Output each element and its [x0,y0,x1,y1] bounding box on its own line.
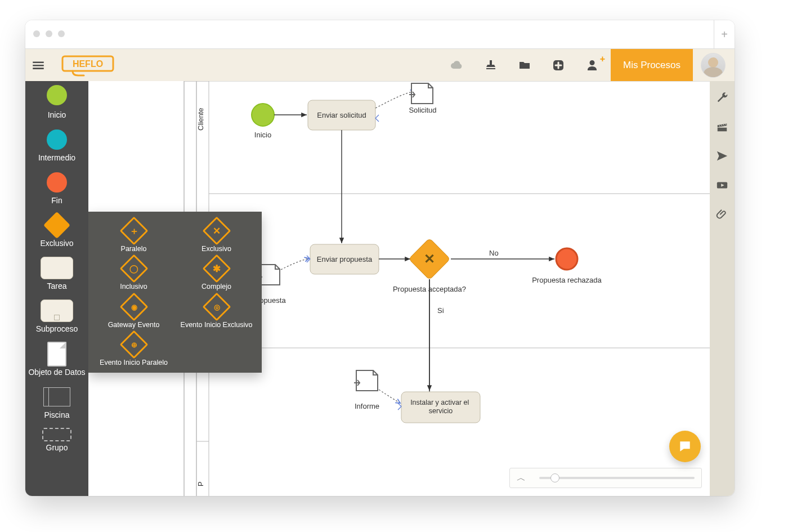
flyout-parallel[interactable]: ＋ Paralelo [96,218,171,253]
flyout-complex[interactable]: ✱ Complejo [179,256,254,290]
event-start-parallel-icon: ⊕ [119,330,148,359]
palette-subprocess[interactable]: Subproceso [25,298,88,333]
zoom-thumb[interactable] [550,473,559,482]
svg-point-9 [252,104,274,126]
node-doc-report[interactable]: Informe [354,370,379,410]
flyout-event-start-exclusive[interactable]: ◎ Evento Inicio Exclusivo [179,294,254,329]
group-icon [42,428,71,441]
user-avatar[interactable] [701,53,726,78]
window-close-dot[interactable] [33,30,40,37]
element-palette: Inicio Intermedio Fin Exclusivo Tarea [25,81,88,496]
flyout-label: Paralelo [96,245,171,253]
chat-fab[interactable] [669,431,701,462]
node-label: Enviar propuesta [317,255,373,263]
my-processes-button[interactable]: Mis Procesos [611,49,693,82]
intermediate-event-icon [47,129,67,150]
start-event-icon [47,85,67,105]
lane-label-p: P [196,481,205,486]
palette-label: Grupo [25,443,88,452]
clapper-icon[interactable] [716,120,728,133]
palette-label: Inicio [25,110,88,119]
window-max-dot[interactable] [58,30,65,37]
flyout-label: Evento Inicio Exclusivo [179,321,254,329]
zoom-slider[interactable]: ︿ [509,468,702,488]
brand-name: HEFLO [73,59,103,69]
window-min-dot[interactable] [46,30,52,37]
flyout-exclusive[interactable]: ✕ Exclusivo [179,218,254,253]
top-icons: + [450,59,599,72]
folder-icon[interactable] [517,59,532,72]
palette-label: Piscina [25,410,88,419]
flyout-label: Evento Inicio Paralelo [96,359,171,366]
flyout-label: Exclusivo [179,245,254,253]
gateway-flyout: ＋ Paralelo ✕ Exclusivo ◯ Inclusivo ✱ Com… [88,212,262,373]
palette-label: Objeto de Datos [25,368,88,377]
event-start-exclusive-icon: ◎ [202,292,231,321]
palette-label: Exclusivo [25,239,88,248]
svg-point-18 [556,248,577,270]
node-task-install[interactable]: Instalar y activar el servicio [401,392,480,423]
add-user-plus-icon: + [600,54,605,64]
flyout-label: Gateway Evento [96,321,171,329]
palette-group[interactable]: Grupo [25,427,88,452]
node-label: Informe [355,402,379,410]
node-task-send-proposal[interactable]: Enviar propuesta [310,244,379,274]
end-event-icon [47,172,67,193]
paperclip-icon[interactable] [716,208,728,221]
node-task-send-request[interactable]: Enviar solicitud [308,100,375,130]
flyout-event-gateway[interactable]: ◉ Gateway Evento [96,294,171,329]
node-label: Solicitud [409,106,436,114]
cloud-icon[interactable] [450,59,464,72]
subprocess-icon [41,299,73,322]
palette-start[interactable]: Inicio [25,81,88,119]
palette-data-object[interactable]: Objeto de Datos [25,342,88,377]
complex-gateway-icon: ✱ [202,254,231,283]
right-toolbar [710,81,735,496]
menu-button[interactable] [25,58,51,73]
edge-label-si: Si [437,306,444,315]
palette-task[interactable]: Tarea [25,256,88,290]
edge-label-no: No [489,249,499,257]
data-object-icon [47,342,66,366]
flyout-label: Complejo [179,283,254,290]
parallel-gateway-icon: ＋ [119,217,148,245]
node-label: Propuesta rechazada [532,276,602,284]
palette-label: Subproceso [25,324,88,333]
inclusive-gateway-icon: ◯ [119,254,148,283]
video-icon[interactable] [716,179,728,191]
palette-label: Intermedio [25,153,88,162]
send-icon[interactable] [716,150,728,162]
exclusive-gateway-icon: ✕ [202,217,231,245]
node-end-rejected[interactable]: Propuesta rechazada [532,248,602,284]
event-gateway-icon: ◉ [119,292,148,321]
node-start[interactable]: Inicio [252,104,274,139]
svg-text:✕: ✕ [424,251,435,266]
new-tab-plus-icon[interactable]: + [714,20,735,48]
node-label: Inicio [254,131,271,139]
chevron-up-icon[interactable]: ︿ [510,472,532,484]
flyout-inclusive[interactable]: ◯ Inclusivo [96,256,171,290]
pool-icon [43,387,70,406]
my-processes-label: Mis Procesos [623,60,680,71]
palette-intermediate[interactable]: Intermedio [25,127,88,162]
task-icon [41,257,73,279]
palette-pool[interactable]: Piscina [25,385,88,419]
add-user-icon[interactable]: + [585,59,599,72]
flyout-event-start-parallel[interactable]: ⊕ Evento Inicio Paralelo [96,332,171,366]
wrench-icon[interactable] [716,91,728,104]
brand-logo[interactable]: HEFLO [61,54,118,77]
palette-gateway[interactable]: Exclusivo [25,213,88,248]
node-label-part: Instalar y activar el [410,399,469,406]
stamp-icon[interactable] [483,59,498,72]
window-titlebar: + [25,20,735,49]
add-icon[interactable] [551,59,566,72]
node-doc-request[interactable]: Solicitud [409,83,436,114]
zoom-track[interactable] [539,477,695,479]
palette-label: Fin [25,196,88,205]
app-window: + HEFLO + [25,20,735,496]
node-label: Enviar solicitud [317,111,366,119]
flyout-label: Inclusivo [96,283,171,290]
palette-label: Tarea [25,281,88,290]
top-toolbar: HEFLO + Mis Procesos [25,49,735,82]
palette-end[interactable]: Fin [25,170,88,205]
